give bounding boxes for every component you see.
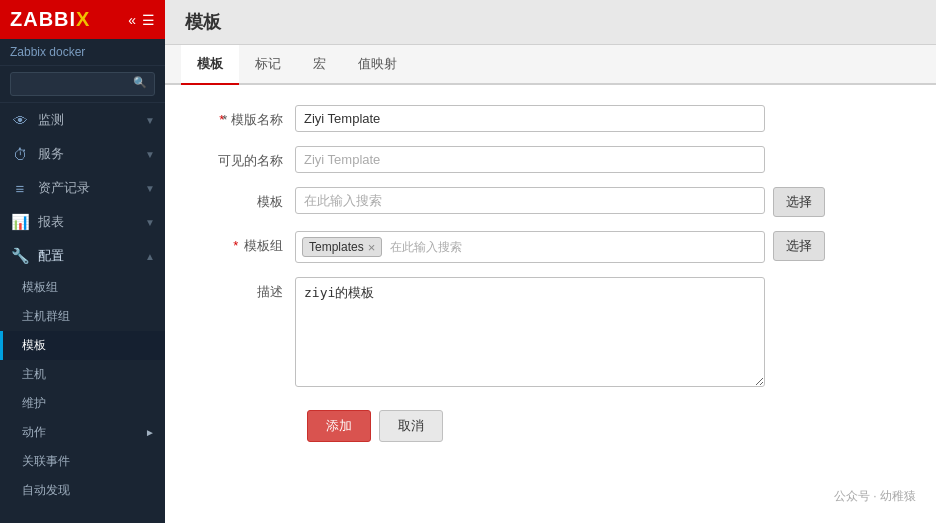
visible-name-label: 可见的名称 <box>195 146 295 170</box>
config-icon: 🔧 <box>10 247 30 265</box>
add-button[interactable]: 添加 <box>307 410 371 442</box>
sidebar-item-actions[interactable]: 动作 ► <box>0 418 165 447</box>
services-arrow: ▼ <box>145 149 155 160</box>
required-star-2: * <box>233 238 238 253</box>
sidebar-item-actions-label: 动作 <box>22 424 46 441</box>
template-group-select-button[interactable]: 选择 <box>773 231 825 261</box>
sidebar-item-hosts-label: 主机 <box>22 366 46 383</box>
sidebar-search-wrap <box>0 66 165 103</box>
config-arrow: ▲ <box>145 251 155 262</box>
tab-macros[interactable]: 宏 <box>297 45 342 85</box>
sidebar-item-related-events[interactable]: 关联事件 <box>0 447 165 476</box>
sidebar-item-hosts[interactable]: 主机 <box>0 360 165 389</box>
sidebar: ZABBIX « ☰ Zabbix docker 👁 监测 ▼ ⏱ 服务 ▼ ≡… <box>0 0 165 523</box>
sidebar-item-host-groups[interactable]: 主机群组 <box>0 302 165 331</box>
remove-tag-icon[interactable]: × <box>368 241 376 254</box>
tabs-bar: 模板 标记 宏 值映射 <box>165 45 936 85</box>
sidebar-header-icons: « ☰ <box>128 12 155 28</box>
visible-name-row: 可见的名称 <box>195 146 906 173</box>
description-control: ziyi的模板 <box>295 277 765 390</box>
collapse-icon[interactable]: « <box>128 12 136 28</box>
description-row: 描述 ziyi的模板 <box>195 277 906 390</box>
tab-template[interactable]: 模板 <box>181 45 239 85</box>
monitor-icon: 👁 <box>10 112 30 129</box>
sidebar-item-config-label: 配置 <box>38 247 64 265</box>
search-input[interactable] <box>10 72 155 96</box>
description-label: 描述 <box>195 277 295 301</box>
sidebar-item-related-events-label: 关联事件 <box>22 453 70 470</box>
cancel-button[interactable]: 取消 <box>379 410 443 442</box>
templates-row: 模板 选择 <box>195 187 906 217</box>
sidebar-header: ZABBIX « ☰ <box>0 0 165 39</box>
sidebar-item-assets[interactable]: ≡ 资产记录 ▼ <box>0 171 165 205</box>
sidebar-item-reports[interactable]: 📊 报表 ▼ <box>0 205 165 239</box>
main-content: 模板 模板 标记 宏 值映射 ** 模版名称 可见的名称 <box>165 0 936 523</box>
description-textarea[interactable]: ziyi的模板 <box>295 277 765 387</box>
sidebar-item-maintenance[interactable]: 维护 <box>0 389 165 418</box>
sidebar-item-reports-label: 报表 <box>38 213 64 231</box>
tab-tags[interactable]: 标记 <box>239 45 297 85</box>
sidebar-item-auto-discovery-label: 自动发现 <box>22 482 70 499</box>
tab-value-mapping[interactable]: 值映射 <box>342 45 413 85</box>
sidebar-item-template-groups-label: 模板组 <box>22 279 58 296</box>
sidebar-item-auto-discovery[interactable]: 自动发现 <box>0 476 165 505</box>
template-group-control: Templates × <box>295 231 765 263</box>
templates-select-button[interactable]: 选择 <box>773 187 825 217</box>
sidebar-item-templates[interactable]: 模板 <box>0 331 165 360</box>
sidebar-item-templates-label: 模板 <box>22 337 46 354</box>
template-name-control <box>295 105 765 132</box>
zabbix-logo: ZABBIX <box>10 8 90 31</box>
template-name-input[interactable] <box>295 105 765 132</box>
visible-name-control <box>295 146 765 173</box>
sidebar-instance: Zabbix docker <box>0 39 165 66</box>
expand-icon[interactable]: ☰ <box>142 12 155 28</box>
form-actions: 添加 取消 <box>195 410 906 442</box>
template-group-search-input[interactable] <box>386 238 758 256</box>
template-group-label: * 模板组 <box>195 231 295 255</box>
content-area: 模板 标记 宏 值映射 ** 模版名称 可见的名称 <box>165 45 936 523</box>
services-icon: ⏱ <box>10 146 30 163</box>
assets-arrow: ▼ <box>145 183 155 194</box>
actions-arrow: ► <box>145 427 155 438</box>
visible-name-input[interactable] <box>295 146 765 173</box>
sidebar-item-services[interactable]: ⏱ 服务 ▼ <box>0 137 165 171</box>
reports-icon: 📊 <box>10 213 30 231</box>
sidebar-item-maintenance-label: 维护 <box>22 395 46 412</box>
form-area: ** 模版名称 可见的名称 模板 选择 <box>165 85 936 462</box>
sidebar-item-assets-label: 资产记录 <box>38 179 90 197</box>
templates-search-input[interactable] <box>295 187 765 214</box>
sidebar-item-config[interactable]: 🔧 配置 ▲ <box>0 239 165 273</box>
assets-icon: ≡ <box>10 180 30 197</box>
sidebar-item-services-label: 服务 <box>38 145 64 163</box>
sidebar-item-template-groups[interactable]: 模板组 <box>0 273 165 302</box>
templates-control <box>295 187 765 214</box>
reports-arrow: ▼ <box>145 217 155 228</box>
sidebar-item-monitor-label: 监测 <box>38 111 64 129</box>
template-group-tag: Templates × <box>302 237 382 257</box>
sidebar-item-host-groups-label: 主机群组 <box>22 308 70 325</box>
template-name-label: ** 模版名称 <box>195 105 295 129</box>
template-name-row: ** 模版名称 <box>195 105 906 132</box>
monitor-arrow: ▼ <box>145 115 155 126</box>
template-group-input-wrap[interactable]: Templates × <box>295 231 765 263</box>
tag-label: Templates <box>309 240 364 254</box>
sidebar-item-monitor[interactable]: 👁 监测 ▼ <box>0 103 165 137</box>
templates-label: 模板 <box>195 187 295 211</box>
page-title: 模板 <box>165 0 936 45</box>
template-group-row: * 模板组 Templates × 选择 <box>195 231 906 263</box>
